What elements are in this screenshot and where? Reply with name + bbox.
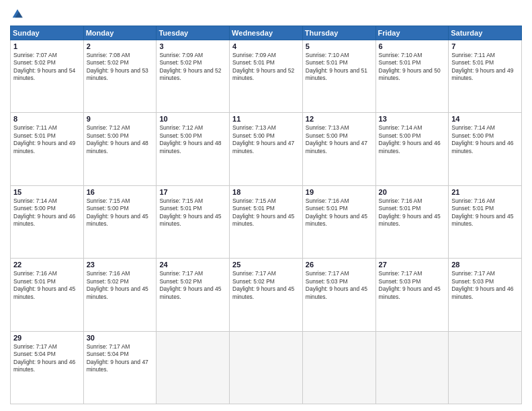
day-number: 19 [306, 188, 373, 196]
day-number: 3 [159, 42, 226, 50]
cell-text: Sunrise: 7:15 AMSunset: 5:00 PMDaylight:… [87, 197, 154, 228]
calendar-cell: 28Sunrise: 7:17 AMSunset: 5:03 PMDayligh… [449, 259, 522, 331]
calendar-cell: 20Sunrise: 7:16 AMSunset: 5:01 PMDayligh… [375, 185, 449, 258]
calendar-body: 1Sunrise: 7:07 AMSunset: 5:02 PMDaylight… [11, 40, 522, 404]
calendar-cell: 15Sunrise: 7:14 AMSunset: 5:00 PMDayligh… [11, 185, 84, 258]
day-number: 2 [87, 42, 154, 50]
calendar-cell: 13Sunrise: 7:14 AMSunset: 5:00 PMDayligh… [375, 113, 449, 185]
cell-text: Sunrise: 7:14 AMSunset: 5:00 PMDaylight:… [379, 124, 446, 155]
day-number: 5 [306, 42, 373, 50]
calendar-cell: 22Sunrise: 7:16 AMSunset: 5:01 PMDayligh… [11, 259, 84, 331]
calendar-cell: 5Sunrise: 7:10 AMSunset: 5:01 PMDaylight… [302, 40, 375, 113]
calendar-cell: 27Sunrise: 7:17 AMSunset: 5:03 PMDayligh… [375, 259, 449, 331]
calendar-cell [157, 331, 230, 404]
day-number: 23 [87, 261, 154, 269]
day-number: 25 [232, 261, 300, 269]
cell-text: Sunrise: 7:12 AMSunset: 5:00 PMDaylight:… [159, 124, 226, 155]
cell-text: Sunrise: 7:16 AMSunset: 5:02 PMDaylight:… [87, 270, 154, 301]
day-number: 29 [13, 334, 81, 342]
cell-text: Sunrise: 7:09 AMSunset: 5:01 PMDaylight:… [232, 52, 300, 83]
calendar-cell: 24Sunrise: 7:17 AMSunset: 5:02 PMDayligh… [157, 259, 230, 331]
calendar-cell: 16Sunrise: 7:15 AMSunset: 5:00 PMDayligh… [83, 185, 157, 258]
calendar-table: SundayMondayTuesdayWednesdayThursdayFrid… [10, 26, 522, 404]
cell-text: Sunrise: 7:17 AMSunset: 5:02 PMDaylight:… [232, 270, 300, 301]
day-number: 21 [451, 188, 519, 196]
calendar-cell: 18Sunrise: 7:15 AMSunset: 5:01 PMDayligh… [230, 185, 303, 258]
calendar-cell: 8Sunrise: 7:11 AMSunset: 5:01 PMDaylight… [11, 113, 84, 185]
calendar-cell: 14Sunrise: 7:14 AMSunset: 5:00 PMDayligh… [449, 113, 522, 185]
calendar-cell: 26Sunrise: 7:17 AMSunset: 5:03 PMDayligh… [302, 259, 375, 331]
cell-text: Sunrise: 7:12 AMSunset: 5:00 PMDaylight:… [87, 124, 154, 155]
day-number: 15 [13, 188, 81, 196]
day-number: 16 [87, 188, 154, 196]
cell-text: Sunrise: 7:16 AMSunset: 5:01 PMDaylight:… [379, 197, 446, 228]
cell-text: Sunrise: 7:15 AMSunset: 5:01 PMDaylight:… [232, 197, 300, 228]
calendar-cell: 7Sunrise: 7:11 AMSunset: 5:01 PMDaylight… [449, 40, 522, 113]
calendar-week-5: 29Sunrise: 7:17 AMSunset: 5:04 PMDayligh… [11, 331, 522, 404]
day-number: 10 [159, 115, 226, 123]
cell-text: Sunrise: 7:13 AMSunset: 5:00 PMDaylight:… [306, 124, 373, 155]
cell-text: Sunrise: 7:14 AMSunset: 5:00 PMDaylight:… [13, 197, 81, 228]
calendar-cell [375, 331, 449, 404]
calendar-cell: 21Sunrise: 7:16 AMSunset: 5:01 PMDayligh… [449, 185, 522, 258]
calendar-week-3: 15Sunrise: 7:14 AMSunset: 5:00 PMDayligh… [11, 185, 522, 258]
cell-text: Sunrise: 7:15 AMSunset: 5:01 PMDaylight:… [159, 197, 226, 228]
calendar-week-2: 8Sunrise: 7:11 AMSunset: 5:01 PMDaylight… [11, 113, 522, 185]
day-number: 8 [13, 115, 81, 123]
day-number: 12 [306, 115, 373, 123]
calendar-header-tuesday: Tuesday [157, 26, 230, 40]
calendar-header-row: SundayMondayTuesdayWednesdayThursdayFrid… [11, 26, 522, 40]
calendar-cell: 4Sunrise: 7:09 AMSunset: 5:01 PMDaylight… [230, 40, 303, 113]
calendar-cell [449, 331, 522, 404]
cell-text: Sunrise: 7:10 AMSunset: 5:01 PMDaylight:… [379, 52, 446, 83]
day-number: 6 [379, 42, 446, 50]
calendar-cell [302, 331, 375, 404]
day-number: 20 [379, 188, 446, 196]
day-number: 17 [159, 188, 226, 196]
cell-text: Sunrise: 7:11 AMSunset: 5:01 PMDaylight:… [451, 52, 519, 83]
calendar-week-1: 1Sunrise: 7:07 AMSunset: 5:02 PMDaylight… [11, 40, 522, 113]
day-number: 11 [232, 115, 300, 123]
day-number: 13 [379, 115, 446, 123]
day-number: 14 [451, 115, 519, 123]
day-number: 9 [87, 115, 154, 123]
cell-text: Sunrise: 7:17 AMSunset: 5:02 PMDaylight:… [159, 270, 226, 301]
day-number: 26 [306, 261, 373, 269]
calendar-cell: 6Sunrise: 7:10 AMSunset: 5:01 PMDaylight… [375, 40, 449, 113]
cell-text: Sunrise: 7:08 AMSunset: 5:02 PMDaylight:… [87, 52, 154, 83]
day-number: 28 [451, 261, 519, 269]
cell-text: Sunrise: 7:17 AMSunset: 5:04 PMDaylight:… [13, 343, 81, 374]
cell-text: Sunrise: 7:17 AMSunset: 5:03 PMDaylight:… [451, 270, 519, 301]
calendar-header-sunday: Sunday [11, 26, 84, 40]
day-number: 7 [451, 42, 519, 50]
page: SundayMondayTuesdayWednesdayThursdayFrid… [0, 0, 532, 411]
day-number: 27 [379, 261, 446, 269]
cell-text: Sunrise: 7:17 AMSunset: 5:03 PMDaylight:… [379, 270, 446, 301]
cell-text: Sunrise: 7:09 AMSunset: 5:02 PMDaylight:… [159, 52, 226, 83]
calendar-cell: 17Sunrise: 7:15 AMSunset: 5:01 PMDayligh… [157, 185, 230, 258]
calendar-cell: 9Sunrise: 7:12 AMSunset: 5:00 PMDaylight… [83, 113, 157, 185]
header [10, 7, 522, 21]
calendar-cell: 1Sunrise: 7:07 AMSunset: 5:02 PMDaylight… [11, 40, 84, 113]
logo-icon [10, 7, 25, 21]
cell-text: Sunrise: 7:17 AMSunset: 5:03 PMDaylight:… [306, 270, 373, 301]
cell-text: Sunrise: 7:13 AMSunset: 5:00 PMDaylight:… [232, 124, 300, 155]
calendar-cell: 10Sunrise: 7:12 AMSunset: 5:00 PMDayligh… [157, 113, 230, 185]
cell-text: Sunrise: 7:11 AMSunset: 5:01 PMDaylight:… [13, 124, 81, 155]
cell-text: Sunrise: 7:16 AMSunset: 5:01 PMDaylight:… [451, 197, 519, 228]
calendar-cell: 2Sunrise: 7:08 AMSunset: 5:02 PMDaylight… [83, 40, 157, 113]
cell-text: Sunrise: 7:14 AMSunset: 5:00 PMDaylight:… [451, 124, 519, 155]
calendar-cell: 30Sunrise: 7:17 AMSunset: 5:04 PMDayligh… [83, 331, 157, 404]
cell-text: Sunrise: 7:17 AMSunset: 5:04 PMDaylight:… [87, 343, 154, 374]
day-number: 24 [159, 261, 226, 269]
calendar-cell: 12Sunrise: 7:13 AMSunset: 5:00 PMDayligh… [302, 113, 375, 185]
cell-text: Sunrise: 7:16 AMSunset: 5:01 PMDaylight:… [306, 197, 373, 228]
day-number: 30 [87, 334, 154, 342]
calendar-cell [230, 331, 303, 404]
calendar-header-thursday: Thursday [302, 26, 375, 40]
day-number: 18 [232, 188, 300, 196]
calendar-header-saturday: Saturday [449, 26, 522, 40]
calendar-cell: 23Sunrise: 7:16 AMSunset: 5:02 PMDayligh… [83, 259, 157, 331]
day-number: 4 [232, 42, 300, 50]
cell-text: Sunrise: 7:10 AMSunset: 5:01 PMDaylight:… [306, 52, 373, 83]
